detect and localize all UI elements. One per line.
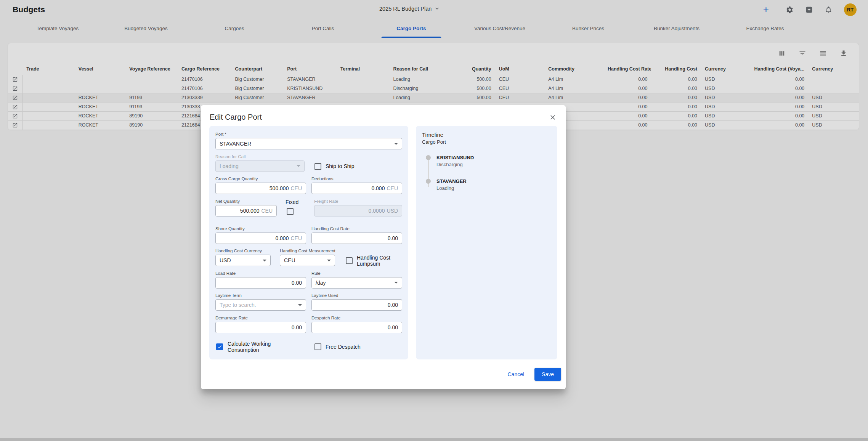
timeline-panel: Timeline Cargo Port KRISTIANSUNDDischarg… xyxy=(416,126,557,359)
timeline-items: KRISTIANSUNDDischargingSTAVANGERLoading xyxy=(426,155,551,191)
handling-cost-measurement-select[interactable]: CEU xyxy=(280,255,335,266)
field-freight-rate: Freight Rate 0.0000 USD xyxy=(314,199,402,216)
timeline-port: STAVANGER xyxy=(436,178,467,184)
freight-rate-input: 0.0000 USD xyxy=(314,205,402,216)
field-load-rate: Load Rate 0.00 xyxy=(215,271,306,289)
checkbox[interactable] xyxy=(346,257,353,264)
port-select[interactable]: STAVANGER xyxy=(215,138,402,149)
cargo-port-form: Port * STAVANGER Reason for Call Loading xyxy=(209,126,408,359)
timeline-title: Timeline xyxy=(422,131,551,138)
field-handling-cost-measurement: Handling Cost Measurement CEU xyxy=(280,249,335,266)
field-deductions: Deductions 0.000 CEU xyxy=(311,176,402,194)
field-laytime-used: Laytime Used 0.00 xyxy=(311,293,402,311)
field-fixed: Fixed xyxy=(286,199,309,216)
reason-for-call-select: Loading xyxy=(215,160,305,172)
chevron-down-icon xyxy=(298,304,302,306)
rule-select[interactable]: /day xyxy=(311,277,402,289)
field-gross-cargo-quantity: Gross Cargo Quantity 500.000 CEU xyxy=(215,176,306,194)
checkbox[interactable] xyxy=(314,343,321,350)
field-handling-cost-rate: Handling Cost Rate 0.00 xyxy=(311,226,402,244)
timeline-item: STAVANGERLoading xyxy=(426,178,551,191)
laytime-used-input[interactable]: 0.00 xyxy=(311,299,402,311)
field-net-quantity: Net Quantity 500.000 CEU xyxy=(215,199,277,216)
timeline-dot-icon xyxy=(426,155,431,160)
handling-cost-currency-select[interactable]: USD xyxy=(215,255,271,266)
timeline-dot-icon xyxy=(426,179,431,184)
close-icon[interactable] xyxy=(549,114,557,121)
dialog-title: Edit Cargo Port xyxy=(210,113,262,122)
cancel-button[interactable]: Cancel xyxy=(507,371,524,377)
free-despatch-checkbox[interactable]: Free Despatch xyxy=(314,341,361,353)
ship-to-ship-checkbox[interactable]: Ship to Ship xyxy=(314,163,355,170)
field-shore-quantity: Shore Quantity 0.000 CEU xyxy=(215,226,306,244)
checkbox[interactable] xyxy=(314,163,321,170)
edit-cargo-port-dialog: Edit Cargo Port Port * STAVANGER Reason … xyxy=(201,105,566,389)
handling-cost-rate-input[interactable]: 0.00 xyxy=(311,233,402,244)
field-rule: Rule /day xyxy=(311,271,402,289)
timeline-subtitle: Cargo Port xyxy=(422,139,551,145)
timeline-reason: Loading xyxy=(436,185,467,191)
timeline-port: KRISTIANSUND xyxy=(436,155,474,160)
dialog-body: Port * STAVANGER Reason for Call Loading xyxy=(201,126,566,359)
field-despatch-rate: Despatch Rate 0.00 xyxy=(311,316,402,333)
gross-cargo-quantity-input[interactable]: 500.000 CEU xyxy=(215,183,306,194)
despatch-rate-input[interactable]: 0.00 xyxy=(311,322,402,333)
timeline-item: KRISTIANSUNDDischarging xyxy=(426,155,551,167)
chevron-down-icon xyxy=(263,260,266,261)
field-port: Port * STAVANGER xyxy=(215,132,402,149)
fixed-checkbox[interactable] xyxy=(287,208,294,215)
handling-cost-lumpsum-checkbox[interactable]: Handling Cost Lumpsum xyxy=(346,255,395,267)
demurrage-rate-input[interactable]: 0.00 xyxy=(215,322,306,333)
field-handling-cost-currency: Handling Cost Currency USD xyxy=(215,249,271,266)
load-rate-input[interactable]: 0.00 xyxy=(215,277,306,289)
chevron-down-icon xyxy=(297,165,300,167)
shore-quantity-input[interactable]: 0.000 CEU xyxy=(215,233,306,244)
field-reason-for-call: Reason for Call Loading xyxy=(215,154,305,172)
chevron-down-icon xyxy=(394,282,398,284)
chevron-down-icon xyxy=(327,260,331,261)
net-quantity-input[interactable]: 500.000 CEU xyxy=(215,205,277,216)
field-demurrage-rate: Demurrage Rate 0.00 xyxy=(215,316,306,333)
dialog-title-bar: Edit Cargo Port xyxy=(201,105,566,126)
checkbox[interactable] xyxy=(216,343,223,350)
deductions-input[interactable]: 0.000 CEU xyxy=(311,183,402,194)
dialog-footer: Cancel Save xyxy=(201,359,566,381)
save-button[interactable]: Save xyxy=(534,368,561,381)
timeline-reason: Discharging xyxy=(436,162,474,167)
field-laytime-term: Laytime Term Type to search. xyxy=(215,293,306,311)
laytime-term-combobox[interactable]: Type to search. xyxy=(215,299,306,311)
calculate-working-consumption-checkbox[interactable]: Calculate Working Consumption xyxy=(216,341,314,353)
chevron-down-icon xyxy=(394,143,398,145)
